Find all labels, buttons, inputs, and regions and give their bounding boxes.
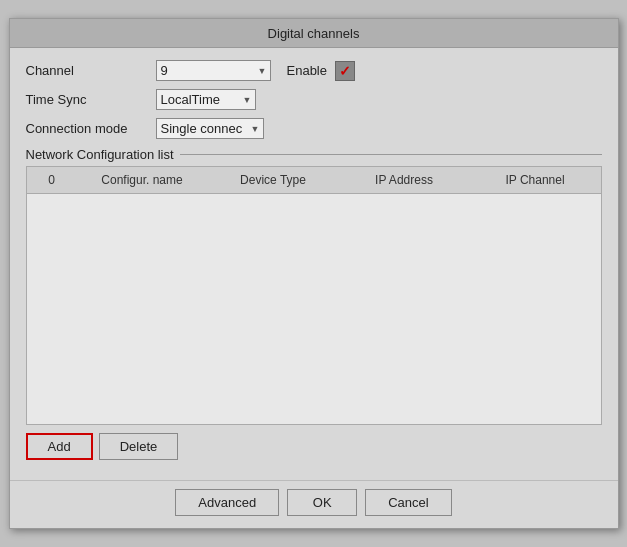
network-config-table: 0 Configur. name Device Type IP Address … — [26, 166, 602, 425]
delete-button[interactable]: Delete — [99, 433, 179, 460]
col-config-name: Configur. name — [77, 171, 208, 189]
cancel-button[interactable]: Cancel — [365, 489, 451, 516]
network-config-section: Network Configuration list 0 Configur. n… — [26, 147, 602, 425]
dialog-content: Channel 9 Enable Time Sync LocalTime Con… — [10, 48, 618, 480]
table-body — [27, 194, 601, 424]
network-config-label: Network Configuration list — [26, 147, 602, 162]
dialog-title-bar: Digital channels — [10, 19, 618, 48]
col-ip-channel: IP Channel — [470, 171, 601, 189]
channel-select[interactable]: 9 — [156, 60, 271, 81]
connection-select[interactable]: Single connec — [156, 118, 264, 139]
timesync-label: Time Sync — [26, 92, 156, 107]
col-device-type: Device Type — [208, 171, 339, 189]
connection-select-wrapper[interactable]: Single connec — [156, 118, 264, 139]
connection-label: Connection mode — [26, 121, 156, 136]
advanced-button[interactable]: Advanced — [175, 489, 279, 516]
timesync-row: Time Sync LocalTime — [26, 89, 602, 110]
dialog-title: Digital channels — [268, 26, 360, 41]
timesync-select-wrapper[interactable]: LocalTime — [156, 89, 256, 110]
enable-label: Enable — [287, 63, 327, 78]
ok-button[interactable]: OK — [287, 489, 357, 516]
dialog-footer: Advanced OK Cancel — [10, 480, 618, 528]
channel-select-wrapper[interactable]: 9 — [156, 60, 271, 81]
channel-row: Channel 9 Enable — [26, 60, 602, 81]
enable-checkbox[interactable] — [335, 61, 355, 81]
connection-mode-row: Connection mode Single connec — [26, 118, 602, 139]
add-delete-row: Add Delete — [26, 433, 602, 460]
timesync-select[interactable]: LocalTime — [156, 89, 256, 110]
col-ip-address: IP Address — [339, 171, 470, 189]
table-header: 0 Configur. name Device Type IP Address … — [27, 167, 601, 194]
dialog-digital-channels: Digital channels Channel 9 Enable Time S… — [9, 18, 619, 529]
col-index: 0 — [27, 171, 77, 189]
channel-label: Channel — [26, 63, 156, 78]
add-button[interactable]: Add — [26, 433, 93, 460]
